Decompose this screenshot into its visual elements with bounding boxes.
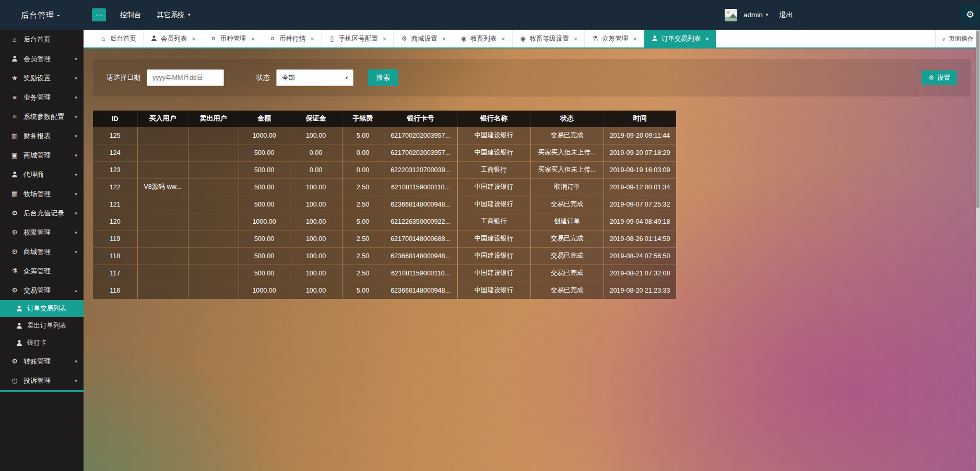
cell-bank-name: 中国建设银行	[457, 196, 530, 213]
cell-fee: 0.00	[342, 144, 384, 161]
cell-bank-name: 中国建设银行	[457, 127, 530, 144]
tab-label: 牧畜列表	[470, 34, 497, 43]
tab-close-icon[interactable]: ×	[574, 35, 578, 42]
tab-close-icon[interactable]: ×	[383, 35, 387, 42]
table-row: 1251000.00100.005.00621700202003957...中国…	[93, 127, 676, 144]
gear-icon: ⚙	[966, 9, 974, 20]
cell-sell-user	[188, 178, 239, 196]
search-button[interactable]: 搜索	[368, 69, 398, 86]
sidebar-subitem-bank-card[interactable]: 银行卡	[0, 334, 84, 352]
cell-bank-card-no: 621081159000110...	[384, 178, 457, 196]
sidebar-item-system-params[interactable]: ≡系统参数配置▾	[0, 107, 84, 126]
tab-label: 众筹管理	[602, 34, 628, 43]
cell-id: 120	[93, 213, 137, 230]
sidebar-item-finance-report[interactable]: ▥财务报表▾	[0, 126, 84, 146]
column-header-time: 时间	[604, 111, 676, 127]
sidebar-item-label: 财务报表	[23, 131, 51, 141]
tab-close-icon[interactable]: ×	[501, 35, 505, 42]
tab-close-icon[interactable]: ×	[310, 35, 314, 42]
cell-sell-user	[188, 264, 239, 282]
cell-fee: 2.50	[342, 196, 384, 213]
sidebar-item-home[interactable]: ⌂后台首页	[0, 30, 84, 49]
sidebar-item-ranch-manage[interactable]: ▦牧场管理▾	[0, 184, 84, 203]
tab-close-icon[interactable]: ×	[192, 35, 196, 42]
sidebar-item-mall-manage[interactable]: ▣商城管理▾	[0, 146, 84, 165]
cell-buy-user: V8源码-ww...	[137, 178, 188, 196]
cell-status: 交易已完成	[530, 196, 604, 213]
tab-phone-area-code[interactable]: ▯手机区号配置×	[322, 30, 394, 47]
logout-button[interactable]: 退出	[779, 0, 793, 30]
table-row: 121500.00100.002.50623668148000948...中国建…	[93, 196, 676, 213]
clock-icon: ◷	[10, 377, 19, 384]
cell-id: 116	[93, 282, 137, 299]
tab-close-icon[interactable]: ×	[442, 35, 446, 42]
cell-bank-name: 中国建设银行	[457, 230, 530, 247]
sidebar-subitem-order-trade-list[interactable]: 订单交易列表	[0, 300, 84, 317]
tab-member-list[interactable]: 会员列表×	[144, 30, 203, 47]
sidebar-item-reward-settings[interactable]: ★奖励设置▾	[0, 68, 84, 88]
tab-currency-manage[interactable]: ¤币种管理×	[203, 30, 263, 47]
avatar[interactable]	[725, 9, 737, 21]
sidebar-item-label: 业务管理	[23, 93, 51, 102]
cell-id: 123	[93, 161, 137, 178]
cell-bank-card-no: 621700202003957...	[384, 127, 457, 144]
cell-bank-card-no: 621226350000922...	[384, 213, 457, 230]
sidebar-item-crowdfund-manage[interactable]: ⚗众筹管理	[0, 261, 84, 281]
tab-crowdfund-manage[interactable]: ⚗众筹管理×	[585, 30, 644, 47]
other-systems-menu[interactable]: 其它系统 ▾	[157, 0, 191, 30]
tab-home[interactable]: ⌂后台首页	[93, 30, 144, 47]
tab-label: 后台首页	[110, 34, 136, 43]
theme-settings-button[interactable]: ⚙	[961, 4, 979, 25]
cell-amount: 500.00	[239, 247, 290, 264]
cell-buy-user	[137, 213, 188, 230]
table-row: 122V8源码-ww...500.00100.002.5062108115900…	[93, 178, 676, 196]
tab-mall-settings[interactable]: ⚙商城设置×	[394, 30, 453, 47]
scrollbar-thumb[interactable]	[976, 31, 979, 208]
tab-close-icon[interactable]: ×	[251, 35, 255, 42]
tab-close-icon[interactable]: ×	[705, 35, 710, 42]
cell-buy-user	[137, 161, 188, 178]
list-icon: ≡	[10, 93, 19, 101]
sidebar-item-member-manage[interactable]: 会员管理▾	[0, 49, 84, 68]
tab-livestock-level-settings[interactable]: ◉牧畜等级设置×	[513, 30, 585, 47]
page-actions-button[interactable]: ∨ 页面操作	[935, 30, 980, 47]
sidebar-item-business-manage[interactable]: ≡业务管理▾	[0, 88, 84, 107]
cell-sell-user	[188, 282, 239, 299]
column-header-margin: 保证金	[290, 111, 342, 127]
user-menu[interactable]: admin ▾	[743, 0, 768, 30]
cell-bank-name: 中国建设银行	[457, 144, 530, 161]
cell-time: 2019-09-20 09:11:44	[604, 127, 676, 144]
tab-order-trade-list[interactable]: 订单交易列表×	[644, 30, 717, 47]
tab-close-icon[interactable]: ×	[633, 35, 637, 42]
sidebar-item-permission-manage[interactable]: ⚙权限管理▾	[0, 223, 84, 242]
date-input[interactable]	[147, 69, 224, 86]
tab-livestock-list[interactable]: ◉牧畜列表×	[453, 30, 513, 47]
console-link[interactable]: 控制台	[120, 0, 141, 30]
chevron-down-icon: ▾	[75, 114, 77, 119]
chevron-down-icon: ▾	[75, 359, 77, 364]
table-row: 124500.000.000.00621700202003957...中国建设银…	[93, 144, 676, 161]
sidebar-toggle-button[interactable]: ⋯	[92, 8, 106, 21]
settings-button[interactable]: ⚙ 设置	[922, 70, 957, 85]
sidebar-subitem-sell-order-list[interactable]: 卖出订单列表	[0, 317, 84, 334]
sidebar-item-agents[interactable]: 代理商▾	[0, 165, 84, 184]
status-select[interactable]: 全部 ▾	[276, 69, 353, 86]
gear-icon: ⚙	[10, 357, 19, 365]
sidebar-item-label: 权限管理	[23, 228, 51, 237]
cell-amount: 500.00	[239, 230, 290, 247]
username-label: admin	[743, 0, 763, 30]
cell-buy-user	[137, 196, 188, 213]
sidebar-item-complaint-manage[interactable]: ◷投诉管理▾	[0, 371, 84, 390]
cell-sell-user	[188, 161, 239, 178]
chevron-down-icon: ▾	[75, 153, 77, 158]
table-row: 123500.000.000.00622203120700039...工商银行买…	[93, 161, 676, 178]
sidebar-item-recharge-records[interactable]: ⚙后台充值记录▾	[0, 203, 84, 223]
sidebar-item-transfer-manage[interactable]: ⚙转账管理▾	[0, 352, 84, 371]
table-header-row: ID买入用户卖出用户金额保证金手续费银行卡号银行名称状态时间	[93, 111, 676, 127]
sidebar-item-mall-manage-2[interactable]: ⚙商城管理▾	[0, 242, 84, 261]
cell-margin: 100.00	[290, 213, 342, 230]
cell-bank-card-no: 621700148000688...	[384, 230, 457, 247]
tab-currency-market[interactable]: ¤币种行情×	[262, 30, 322, 47]
cell-time: 2019-09-07 07:25:32	[604, 196, 676, 213]
sidebar-item-trade-manage[interactable]: ⚙交易管理▴	[0, 281, 84, 300]
